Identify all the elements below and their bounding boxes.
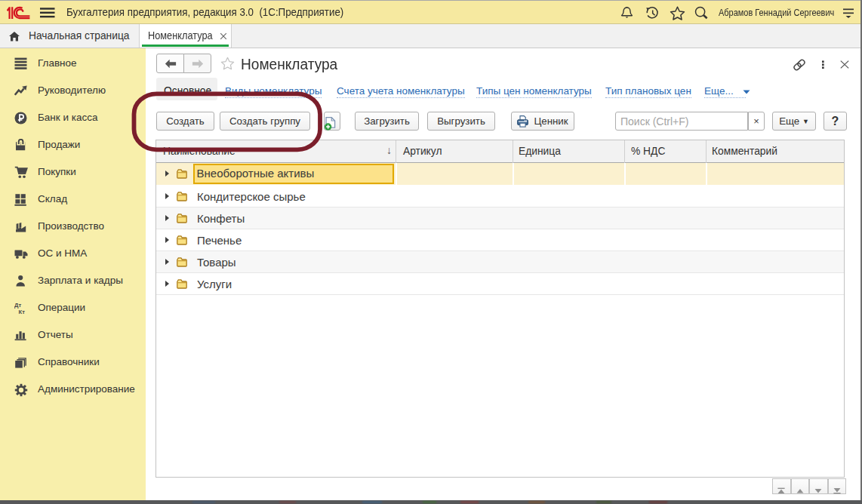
svg-text:Кт: Кт xyxy=(19,309,26,315)
